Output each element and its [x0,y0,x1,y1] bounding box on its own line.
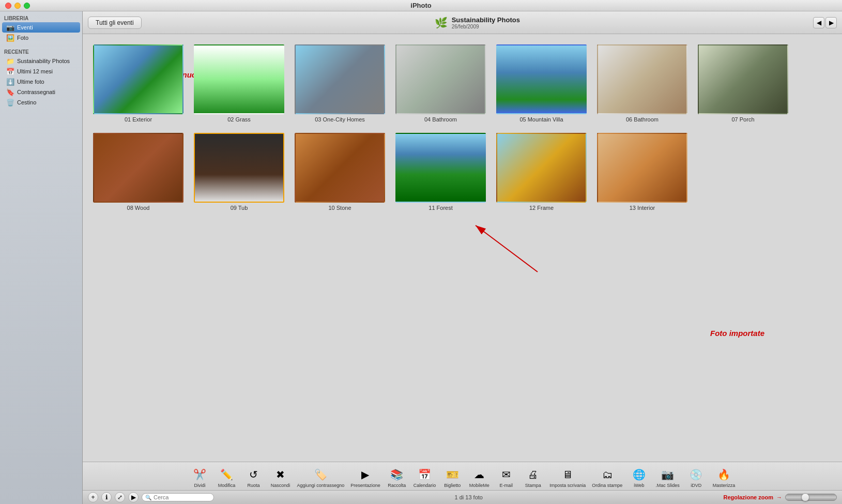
tool-raccolta[interactable]: 📚Raccolta [385,465,409,489]
sidebar-item-label-ultimi12: Ultimi 12 mesi [17,68,53,74]
sidebar-item-label-eventi: Eventi [17,24,33,30]
photo-item-4[interactable]: 04 Bathroom [395,44,486,123]
photo-thumb-10[interactable] [295,133,385,203]
photo-item-8[interactable]: 08 Wood [93,133,183,211]
minimize-button[interactable] [14,3,21,9]
nav-back-button[interactable]: ◀ [813,17,824,28]
photo-thumb-12[interactable] [496,133,587,203]
mobileme-label: MobileMe [469,483,489,488]
photo-item-6[interactable]: 06 Bathroom [597,44,687,123]
photo-thumb-7[interactable] [698,44,788,114]
status-left: + ℹ ⤢ ▶ 🔍 [88,492,214,502]
nav-forward-button[interactable]: ▶ [825,17,837,28]
tool-dividi[interactable]: ✂️Dividi [188,465,212,489]
photo-item-2[interactable]: 02 Grass [194,44,284,123]
photo-item-1[interactable]: 01 Exterior [93,44,183,123]
tool-stampa[interactable]: 🖨Stampa [520,465,545,489]
fullscreen-button[interactable]: ⤢ [115,492,125,502]
zoom-slider[interactable] [785,494,837,501]
raccolta-label: Raccolta [388,483,406,488]
traffic-lights [5,3,30,9]
photo-label-13: 13 Interior [630,205,655,211]
tool-email[interactable]: ✉E-mail [494,465,518,489]
photo-thumb-4[interactable] [395,44,486,114]
photo-item-12[interactable]: 12 Frame [496,133,587,211]
photo-item-7[interactable]: 07 Porch [698,44,788,123]
info-button[interactable]: ℹ [101,492,112,502]
play-button[interactable]: ▶ [128,492,139,502]
tool-calendario[interactable]: 📅Calendario [411,465,438,489]
tool-presentazione[interactable]: ▶Presentazione [348,465,382,489]
photo-thumb-2[interactable] [194,44,284,114]
add-button[interactable]: + [88,492,98,502]
tool-biglietto[interactable]: 🎫Biglietto [440,465,465,489]
sidebar: LIBRERIA 📷 Eventi 🖼️ Foto RECENTE 📁 Sust… [0,11,83,504]
photo-item-11[interactable]: 11 Forest [395,133,486,211]
dividi-label: Dividi [194,483,206,488]
photo-item-3[interactable]: 03 One-City Homes [295,44,385,123]
photo-thumb-9[interactable] [194,133,284,203]
sidebar-item-ultimi12[interactable]: 📅 Ultimi 12 mesi [2,66,80,77]
ordina-label: Ordina stampe [592,483,622,488]
photo-thumb-11[interactable] [395,133,486,203]
sidebar-item-eventi[interactable]: 📷 Eventi [2,22,80,33]
photo-label-8: 08 Wood [127,205,150,211]
mobileme-icon: ☁ [471,466,487,483]
photo-grid-container[interactable]: Il nuovo evento creato [83,34,842,462]
tool-iweb[interactable]: 🌐iWeb [626,465,651,489]
bottom-tools: ✂️Dividi✏️Modifica↺Ruota✖Nascondi🏷️Aggiu… [83,462,842,490]
tool-imposta[interactable]: 🖥Imposta scrivania [547,465,588,489]
photo-label-5: 05 Mountain Villa [519,116,563,123]
calendario-icon: 📅 [417,466,433,483]
sidebar-item-ultimefoto[interactable]: ⬇️ Ultime foto [2,77,80,87]
status-right: Regolazione zoom → [723,494,837,501]
idvd-icon: 💿 [688,466,705,483]
event-info: 🌿 Sustainability Photos 26/feb/2009 [147,16,808,29]
photo-thumb-1[interactable] [93,44,183,114]
photo-item-13[interactable]: 13 Interior [597,133,687,211]
imposta-icon: 🖥 [559,466,576,483]
tool-idvd[interactable]: 💿iDVD [684,465,709,489]
imposta-label: Imposta scrivania [549,483,586,488]
tool-masterizza[interactable]: 🔥Masterizza [711,465,738,489]
bottom-toolbar: ✂️Dividi✏️Modifica↺Ruota✖Nascondi🏷️Aggiu… [83,462,842,504]
photo-item-10[interactable]: 10 Stone [295,133,385,211]
email-label: E-mail [500,483,513,488]
photo-thumb-8[interactable] [93,133,183,203]
masterizza-label: Masterizza [713,483,736,488]
search-box[interactable]: 🔍 [142,493,214,501]
photo-thumb-5[interactable] [496,44,587,114]
tool-modifica[interactable]: ✏️Modifica [215,465,239,489]
tool-ordina[interactable]: 🗂Ordina stampe [590,465,624,489]
svg-line-3 [476,225,538,272]
idvd-label: iDVD [691,483,701,488]
tool-aggiungi[interactable]: 🏷️Aggiungi contrassegno [295,465,347,489]
modifica-label: Modifica [218,483,236,488]
photo-label-7: 07 Porch [731,116,754,123]
presentazione-label: Presentazione [350,483,380,488]
tool-mobileme[interactable]: ☁MobileMe [467,465,492,489]
photo-item-5[interactable]: 05 Mountain Villa [496,44,587,123]
search-input[interactable] [154,494,205,500]
photo-thumb-13[interactable] [597,133,687,203]
sidebar-item-foto[interactable]: 🖼️ Foto [2,33,80,43]
zoom-label: Regolazione zoom [723,494,773,500]
maximize-button[interactable] [24,3,30,9]
sidebar-item-cestino[interactable]: 🗑️ Cestino [2,97,80,108]
close-button[interactable] [5,3,11,9]
event-date: 26/feb/2009 [452,24,520,29]
zoom-handle[interactable] [801,493,809,501]
titlebar: iPhoto [0,0,842,11]
all-events-button[interactable]: Tutti gli eventi [88,17,142,29]
sustainability-icon: 📁 [6,57,14,65]
presentazione-icon: ▶ [357,466,374,483]
tool-ruota[interactable]: ↺Ruota [241,465,266,489]
photo-thumb-3[interactable] [295,44,385,114]
tool-macslides[interactable]: 📷.Mac Slides [653,465,682,489]
tool-nascondi[interactable]: ✖Nascondi [268,465,293,489]
sidebar-item-sustainability[interactable]: 📁 Sustainability Photos [2,56,80,66]
photo-label-3: 03 One-City Homes [315,116,365,123]
photo-item-9[interactable]: 09 Tub [194,133,284,211]
sidebar-item-contrassegnati[interactable]: 🔖 Contrassegnati [2,87,80,97]
photo-thumb-6[interactable] [597,44,687,114]
